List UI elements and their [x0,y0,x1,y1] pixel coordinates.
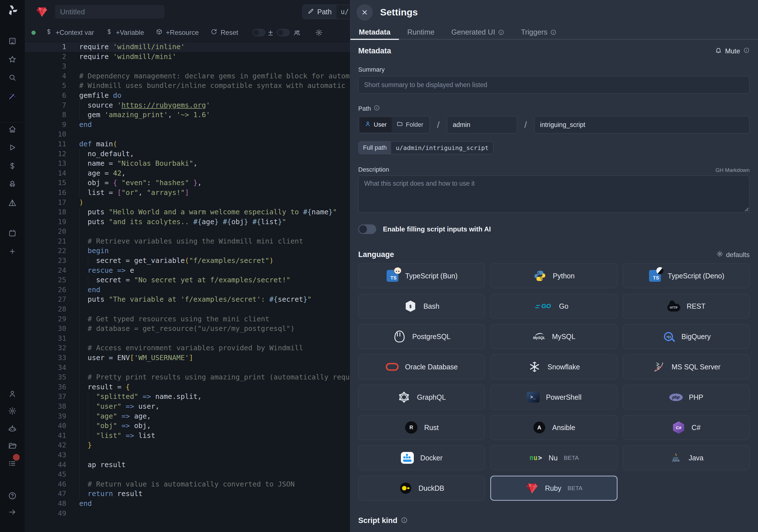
sidebar-item-help-icon[interactable] [6,490,18,502]
language-card-typescript-deno[interactable]: TSTypeScript (Deno) [623,264,749,288]
language-card-postgresql[interactable]: PostgreSQL [358,324,485,349]
language-card-powershell[interactable]: >_PowerShell [491,385,617,409]
plus-minus-icon[interactable]: ± [268,28,273,37]
language-label: PowerShell [546,393,581,401]
language-card-c[interactable]: C#C# [623,415,749,440]
language-label: Docker [420,454,442,462]
language-label: Rust [424,424,438,432]
info-icon [374,105,380,113]
language-card-mysql[interactable]: MySQLMySQL [491,324,617,349]
dollar-icon [106,28,113,37]
toolbar-toggle-diff[interactable] [252,29,265,36]
script-title-input[interactable] [55,5,164,18]
language-label: BigQuery [681,333,710,341]
sidebar-item-prism-icon[interactable] [6,196,18,209]
sidebar-item-user-icon[interactable] [6,388,18,400]
description-label: Description [358,166,389,173]
language-card-duckdb[interactable]: DuckDB [358,476,485,501]
sidebar-item-home-icon[interactable] [6,123,18,135]
sidebar-item-plus-icon[interactable] [6,245,18,258]
owner-kind-folder[interactable]: Folder [392,118,428,132]
full-path-label: Full path [359,142,391,154]
mssql-icon [652,360,665,373]
full-path-value: u/admin/intriguing_script [391,142,493,154]
ai-fill-toggle[interactable] [358,225,376,234]
add-variable-button[interactable]: +Variable [100,23,150,42]
toolbar-toggle-collab[interactable] [277,29,290,36]
sidebar-item-search-icon[interactable] [6,71,18,84]
rest-icon: HTTP [667,300,680,313]
ts-deno-icon: TS [648,269,662,283]
ruby-language-icon [36,6,48,18]
settings-content: Metadata Mute Summary Path Us [350,47,758,525]
mute-button[interactable]: Mute [715,47,749,55]
reset-button[interactable]: Reset [205,23,244,42]
language-grid: TSTypeScript (Bun)PythonTSTypeScript (De… [358,264,749,501]
language-card-go[interactable]: GOGo [491,294,617,319]
info-icon [550,29,556,35]
windmill-logo-icon[interactable] [6,4,18,18]
language-label: TypeScript (Bun) [405,272,458,280]
settings-header: Settings [350,0,758,24]
language-card-ms-sql-server[interactable]: MS SQL Server [623,354,749,379]
beta-badge: BETA [564,454,579,461]
language-label: TypeScript (Deno) [668,272,724,280]
tab-generated-ui[interactable]: Generated UI [443,24,513,40]
language-card-nu[interactable]: nu>NuBETA [491,445,617,470]
python-icon [533,269,547,283]
nu-icon: nu> [529,451,542,465]
language-card-python[interactable]: Python [491,264,617,288]
sidebar-item-cubes-icon[interactable] [6,178,18,191]
description-textarea[interactable] [358,176,749,213]
sidebar-item-dollar-icon[interactable] [6,160,18,172]
language-label: Go [559,302,568,310]
add-resource-button[interactable]: +Resource [150,23,205,42]
sidebar-item-folder-icon[interactable] [6,440,18,452]
path-label: Path [358,105,749,113]
sidebar-item-arrow-right-icon[interactable] [6,506,18,518]
summary-input[interactable] [358,76,749,93]
sidebar-item-play-icon[interactable] [6,141,18,154]
collaborators-icon[interactable] [293,29,301,37]
sidebar-item-robot-icon[interactable] [6,423,18,435]
sidebar-item-building-icon[interactable] [6,35,18,47]
snowflake-icon [528,360,541,373]
info-icon [401,517,408,525]
language-card-docker[interactable]: Docker [358,445,485,470]
language-card-oracle-database[interactable]: Oracle Database [358,354,485,379]
powershell-icon: >_ [526,390,540,404]
path-name-input[interactable] [534,116,749,133]
language-card-php[interactable]: phpPHP [623,385,749,409]
sidebar-item-calendar-icon[interactable] [6,227,18,239]
user-icon [365,121,371,129]
language-card-typescript-bun[interactable]: TSTypeScript (Bun) [358,264,485,288]
status-dot [31,31,36,35]
info-icon [498,29,504,35]
language-card-rust[interactable]: RRust [358,415,485,440]
tab-triggers[interactable]: Triggers [513,24,565,40]
language-card-java[interactable]: JavaJava [623,445,749,470]
language-card-ruby[interactable]: RubyBETA [491,476,617,501]
path-button[interactable]: Path u/ [302,5,353,19]
language-label: Python [553,272,575,280]
language-card-rest[interactable]: HTTPREST [623,294,749,319]
sidebar-item-star-icon[interactable] [6,53,18,66]
tab-runtime[interactable]: Runtime [399,24,443,40]
language-card-ansible[interactable]: AAnsible [491,415,617,440]
add-context-var-button[interactable]: +Context var [40,23,100,42]
settings-gear-icon[interactable] [315,29,323,36]
bash-icon: $ [404,300,417,313]
metadata-heading: Metadata [358,47,391,55]
language-card-graphql[interactable]: GraphQL [358,385,485,409]
sidebar-item-gear-icon[interactable] [6,405,18,417]
close-icon[interactable] [357,4,373,20]
language-card-snowflake[interactable]: Snowflake [491,354,617,379]
sidebar-item-magic-wand-icon[interactable] [6,90,18,102]
language-label: DuckDB [419,484,444,492]
tab-metadata[interactable]: Metadata [350,24,399,40]
language-defaults-button[interactable]: defaults [716,251,749,259]
language-card-bash[interactable]: $Bash [358,294,485,319]
path-owner-input[interactable] [447,116,517,133]
owner-kind-user[interactable]: User [360,118,392,132]
language-card-bigquery[interactable]: BigQuery [623,324,749,349]
